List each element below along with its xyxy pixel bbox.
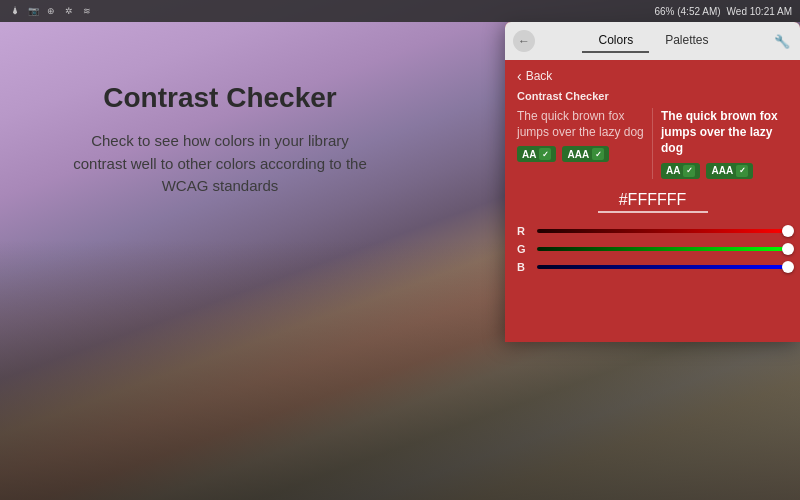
- aa-badge-bold: AA ✓: [661, 163, 700, 179]
- badge-row-bold: AA ✓ AAA ✓: [661, 163, 788, 179]
- aa-check-icon-bold: ✓: [683, 165, 695, 177]
- slider-b-label: B: [517, 261, 529, 273]
- clock: Wed 10:21 AM: [727, 6, 792, 17]
- slider-g-track[interactable]: [537, 247, 788, 251]
- hex-section: [505, 187, 800, 221]
- slider-b-thumb[interactable]: [782, 261, 794, 273]
- preview-normal-text: The quick brown fox jumps over the lazy …: [517, 108, 644, 140]
- titlebar-right: 66% (4:52 AM) Wed 10:21 AM: [654, 6, 792, 17]
- wrench-icon[interactable]: 🔧: [772, 31, 792, 51]
- app-content: ‹ Back Contrast Checker The quick brown …: [505, 60, 800, 342]
- titlebar-left: 🌢 📷 ⊕ ✲ ≋: [8, 4, 94, 18]
- aaa-label-normal: AAA: [567, 149, 589, 160]
- back-chevron-icon: ‹: [517, 68, 522, 84]
- slider-row-g: G: [517, 243, 788, 255]
- tab-colors[interactable]: Colors: [582, 29, 649, 53]
- slider-r-label: R: [517, 225, 529, 237]
- battery-status: 66% (4:52 AM): [654, 6, 720, 17]
- hex-input[interactable]: [598, 191, 708, 213]
- section-label: Contrast Checker: [505, 88, 800, 108]
- sliders-section: R G B: [505, 221, 800, 287]
- preview-bold-col: The quick brown fox jumps over the lazy …: [653, 108, 788, 179]
- slider-r-thumb[interactable]: [782, 225, 794, 237]
- tab-palettes[interactable]: Palettes: [649, 29, 724, 53]
- left-panel: Contrast Checker Check to see how colors…: [0, 22, 440, 500]
- add-circle-icon: ⊕: [44, 4, 58, 18]
- preview-bold-text: The quick brown fox jumps over the lazy …: [661, 108, 788, 157]
- page-title: Contrast Checker: [103, 82, 336, 114]
- toolbar-back-button[interactable]: ←: [513, 30, 535, 52]
- slider-g-label: G: [517, 243, 529, 255]
- badge-row-normal: AA ✓ AAA ✓: [517, 146, 644, 162]
- aa-check-icon-normal: ✓: [539, 148, 551, 160]
- app-toolbar: ← Colors Palettes 🔧: [505, 22, 800, 60]
- aaa-badge-bold: AAA ✓: [706, 163, 753, 179]
- slider-row-b: B: [517, 261, 788, 273]
- preview-normal-col: The quick brown fox jumps over the lazy …: [517, 108, 652, 162]
- page-subtitle: Check to see how colors in your library …: [70, 130, 370, 198]
- titlebar: 🌢 📷 ⊕ ✲ ≋ 66% (4:52 AM) Wed 10:21 AM: [0, 0, 800, 22]
- slider-r-track[interactable]: [537, 229, 788, 233]
- toolbar-tabs: Colors Palettes: [541, 29, 766, 53]
- back-arrow-icon: ←: [518, 34, 530, 48]
- aa-badge-normal: AA ✓: [517, 146, 556, 162]
- aaa-check-icon-bold: ✓: [736, 165, 748, 177]
- slider-g-thumb[interactable]: [782, 243, 794, 255]
- back-link[interactable]: ‹ Back: [505, 60, 800, 88]
- aa-label-bold: AA: [666, 165, 680, 176]
- app-panel: ← Colors Palettes 🔧 ‹ Back Contrast Chec…: [505, 22, 800, 342]
- wifi-icon: ≋: [80, 4, 94, 18]
- droplet-icon: 🌢: [8, 4, 22, 18]
- titlebar-icons: 🌢 📷 ⊕ ✲ ≋: [8, 4, 94, 18]
- aaa-check-icon-normal: ✓: [592, 148, 604, 160]
- slider-row-r: R: [517, 225, 788, 237]
- bluetooth-icon: ✲: [62, 4, 76, 18]
- aaa-label-bold: AAA: [711, 165, 733, 176]
- slider-b-track[interactable]: [537, 265, 788, 269]
- aaa-badge-normal: AAA ✓: [562, 146, 609, 162]
- preview-row: The quick brown fox jumps over the lazy …: [505, 108, 800, 187]
- photo-icon: 📷: [26, 4, 40, 18]
- aa-label-normal: AA: [522, 149, 536, 160]
- back-label: Back: [526, 69, 553, 83]
